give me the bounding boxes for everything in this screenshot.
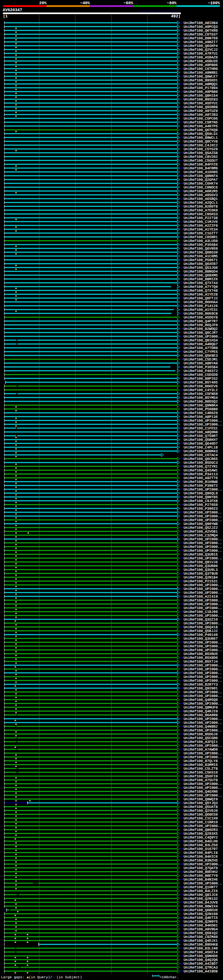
svg-text:UniRef100_UPI000..: UniRef100_UPI000.. bbox=[184, 603, 222, 607]
svg-text:UniRef100_B6K0C8: UniRef100_B6K0C8 bbox=[184, 312, 218, 316]
svg-text:UniRef100_A9V9G4: UniRef100_A9V9G4 bbox=[184, 928, 218, 932]
svg-text:UniRef100_UPI000..: UniRef100_UPI000.. bbox=[184, 648, 222, 652]
svg-text:UniRef100_Q1HR77: UniRef100_Q1HR77 bbox=[184, 885, 218, 889]
svg-text:UniRef100_Q2VCJ2: UniRef100_Q2VCJ2 bbox=[184, 48, 218, 52]
svg-text:UniRef100_UPI000..: UniRef100_UPI000.. bbox=[184, 538, 222, 542]
svg-text:UniRef100_P27659: UniRef100_P27659 bbox=[184, 503, 218, 507]
svg-text:UniRef100_B1H0W8: UniRef100_B1H0W8 bbox=[184, 480, 218, 484]
svg-text:UniRef100_C5M7N5: UniRef100_C5M7N5 bbox=[184, 121, 218, 125]
svg-text:UniRef100_Q68ES9: UniRef100_Q68ES9 bbox=[184, 813, 218, 817]
svg-text:UniRef100_UPI000..: UniRef100_UPI000.. bbox=[184, 702, 222, 706]
svg-text:UniRef100_Q3UB90: UniRef100_Q3UB90 bbox=[184, 564, 218, 568]
svg-text:UniRef100_A4RQG7: UniRef100_A4RQG7 bbox=[184, 342, 218, 347]
svg-text:UniRef100_UPI000..: UniRef100_UPI000.. bbox=[184, 622, 222, 626]
svg-text:~100%: ~100% bbox=[208, 1, 220, 6]
svg-text:UniRef100_A7SU78: UniRef100_A7SU78 bbox=[184, 778, 218, 783]
svg-text:UniRef100_C8V202: UniRef100_C8V202 bbox=[184, 155, 218, 159]
svg-text:UniRef100_Q2N132: UniRef100_Q2N132 bbox=[184, 897, 218, 901]
svg-text:UniRef100_A1YE31: UniRef100_A1YE31 bbox=[184, 308, 218, 312]
svg-text:UniRef100_Q5K9E3: UniRef100_Q5K9E3 bbox=[184, 354, 218, 358]
svg-text:UniRef100_Q7X748: UniRef100_Q7X748 bbox=[184, 289, 218, 293]
svg-text:UniRef100_Q4P7R7: UniRef100_Q4P7R7 bbox=[184, 320, 218, 324]
svg-text:UniRef100_B2WDQ2: UniRef100_B2WDQ2 bbox=[184, 327, 218, 331]
svg-text:UniRef100_A9PB80: UniRef100_A9PB80 bbox=[184, 90, 218, 94]
svg-text:UniRef100_B9N769: UniRef100_B9N769 bbox=[184, 37, 218, 41]
svg-text:UniRef100_A9NZI7: UniRef100_A9NZI7 bbox=[184, 40, 218, 45]
svg-text:UniRef100_A5KE14: UniRef100_A5KE14 bbox=[184, 950, 218, 955]
svg-text:UniRef100_C1FES1: UniRef100_C1FES1 bbox=[184, 426, 218, 431]
svg-text:UniRef100_Q91VJ6: UniRef100_Q91VJ6 bbox=[184, 560, 218, 565]
svg-text:UniRef100_Q4R5Q0: UniRef100_Q4R5Q0 bbox=[184, 698, 218, 702]
svg-text:UniRef100_C1BR10: UniRef100_C1BR10 bbox=[184, 821, 218, 825]
svg-text:UniRef100_B6KEV6: UniRef100_B6KEV6 bbox=[184, 385, 218, 389]
svg-text:UniRef100_Q4DJX1: UniRef100_Q4DJX1 bbox=[184, 939, 218, 943]
svg-text:UniRef100_A4I8D8: UniRef100_A4I8D8 bbox=[184, 970, 218, 974]
svg-text:UniRef100_C9SKS3: UniRef100_C9SKS3 bbox=[184, 212, 218, 216]
svg-text:UniRef100_B3RMI6: UniRef100_B3RMI6 bbox=[184, 763, 218, 767]
svg-text:UniRef100_C1C1X0: UniRef100_C1C1X0 bbox=[184, 817, 218, 821]
svg-text:UniRef100_UPI000..: UniRef100_UPI000.. bbox=[184, 419, 222, 423]
svg-text:UniRef100_UPI000..: UniRef100_UPI000.. bbox=[184, 881, 222, 886]
svg-text:UniRef100_P34113: UniRef100_P34113 bbox=[184, 473, 218, 477]
svg-text:UniRef100_Q96QL0: UniRef100_Q96QL0 bbox=[184, 492, 218, 496]
svg-text:UniRef100_UPI000..: UniRef100_UPI000.. bbox=[184, 518, 222, 522]
svg-text:UniRef100_UPI000..: UniRef100_UPI000.. bbox=[184, 690, 222, 695]
svg-text:UniRef100_A2VD81: UniRef100_A2VD81 bbox=[184, 530, 218, 534]
svg-text:UniRef100_B4PLI8: UniRef100_B4PLI8 bbox=[184, 851, 218, 855]
svg-text:UniRef100_B8MIZ6: UniRef100_B8MIZ6 bbox=[184, 277, 218, 282]
svg-text:UniRef100_B9SE83: UniRef100_B9SE83 bbox=[184, 98, 218, 102]
svg-text:UniRef100_O16797: UniRef100_O16797 bbox=[184, 847, 218, 851]
svg-text:UniRef100_Q293X5: UniRef100_Q293X5 bbox=[184, 832, 218, 836]
svg-text:UniRef100_Q2N184: UniRef100_Q2N184 bbox=[184, 576, 218, 580]
svg-text:UniRef100_B2B0T8: UniRef100_B2B0T8 bbox=[184, 205, 218, 209]
svg-text:UniRef100_B8NGD4: UniRef100_B8NGD4 bbox=[184, 270, 218, 274]
svg-text:UniRef100_Q59LS1: UniRef100_Q59LS1 bbox=[184, 132, 218, 136]
svg-text:UniRef100_Q6TKR0: UniRef100_Q6TKR0 bbox=[184, 29, 218, 33]
svg-text:UniRef100_P49149: UniRef100_P49149 bbox=[184, 633, 218, 637]
svg-text:UniRef100_Q759R7: UniRef100_Q759R7 bbox=[184, 434, 218, 438]
svg-text:UniRef100_B5XBU5: UniRef100_B5XBU5 bbox=[184, 652, 218, 656]
svg-text:UniRef100_A9T2B3: UniRef100_A9T2B3 bbox=[184, 113, 218, 117]
svg-text:UniRef100_A9TUZ9: UniRef100_A9TUZ9 bbox=[184, 109, 218, 113]
svg-text:UniRef100_C4R6Z0: UniRef100_C4R6Z0 bbox=[184, 411, 218, 415]
svg-text:UniRef100_Q6CB65: UniRef100_Q6CB65 bbox=[184, 457, 218, 461]
svg-text:UniRef100_P14126: UniRef100_P14126 bbox=[184, 304, 218, 309]
svg-text:UniRef100_Q53JG0: UniRef100_Q53JG0 bbox=[184, 266, 218, 270]
svg-text:UniRef100_A7AWD9: UniRef100_A7AWD9 bbox=[184, 748, 218, 752]
svg-text:UniRef100_Q0CYV8: UniRef100_Q0CYV8 bbox=[184, 140, 218, 144]
svg-text:UniRef100_Q9NHD6: UniRef100_Q9NHD6 bbox=[184, 954, 218, 958]
svg-text:UniRef100_B5Y405: UniRef100_B5Y405 bbox=[184, 381, 218, 385]
svg-text:UniRef100_Q5CGB0: UniRef100_Q5CGB0 bbox=[184, 736, 218, 740]
svg-text:UniRef100_P22738: UniRef100_P22738 bbox=[184, 216, 218, 220]
svg-text:UniRef100_UPI000..: UniRef100_UPI000.. bbox=[184, 671, 222, 676]
svg-text:UniRef100_C5DSD9: UniRef100_C5DSD9 bbox=[184, 373, 218, 377]
svg-text:UniRef100_A1YE34: UniRef100_A1YE34 bbox=[184, 228, 218, 232]
svg-text:UniRef100_Q640D7: UniRef100_Q640D7 bbox=[184, 442, 218, 446]
svg-text:UniRef100_UPI000..: UniRef100_UPI000.. bbox=[184, 694, 222, 698]
svg-text:UniRef100_A9SGV3: UniRef100_A9SGV3 bbox=[184, 193, 218, 197]
svg-text:20%: 20% bbox=[39, 1, 47, 6]
svg-text:~60%: ~60% bbox=[124, 1, 133, 6]
svg-text:UniRef100_Q6TKQ9: UniRef100_Q6TKQ9 bbox=[184, 128, 218, 132]
svg-text:UniRef100_Q8MUF0: UniRef100_Q8MUF0 bbox=[184, 706, 218, 710]
svg-text:UniRef100_A5DGY8: UniRef100_A5DGY8 bbox=[184, 316, 218, 320]
svg-text:UniRef100_Q5UAT8: UniRef100_Q5UAT8 bbox=[184, 805, 218, 809]
svg-text:UniRef100_UPI000..: UniRef100_UPI000.. bbox=[184, 641, 222, 645]
svg-text:UniRef100_A6SBQ1: UniRef100_A6SBQ1 bbox=[184, 197, 218, 201]
svg-text:UniRef100_A8MQQ1: UniRef100_A8MQQ1 bbox=[184, 83, 218, 87]
svg-text:UniRef100_A5BU35: UniRef100_A5BU35 bbox=[184, 59, 218, 64]
svg-text:UniRef100_Q9NY85: UniRef100_Q9NY85 bbox=[184, 495, 218, 500]
svg-text:UniRef100_C1BJ99: UniRef100_C1BJ99 bbox=[184, 610, 218, 614]
svg-text:UniRef100_C5K610: UniRef100_C5K610 bbox=[184, 771, 218, 775]
svg-text:UniRef100_UPI000..: UniRef100_UPI000.. bbox=[184, 756, 222, 760]
svg-text:UniRef100_C4PL18: UniRef100_C4PL18 bbox=[184, 445, 218, 450]
svg-text:UniRef100_B5YMS4: UniRef100_B5YMS4 bbox=[184, 396, 218, 400]
svg-text:UniRef100_Q4RJI0: UniRef100_Q4RJI0 bbox=[184, 710, 218, 714]
svg-text:=100char.: =100char. bbox=[160, 975, 179, 980]
svg-text:UniRef100_P59671: UniRef100_P59671 bbox=[184, 258, 218, 262]
svg-text:UniRef100_A4R7P5: UniRef100_A4R7P5 bbox=[184, 124, 218, 129]
svg-text:UniRef100_Q4SAW1: UniRef100_Q4SAW1 bbox=[184, 469, 218, 473]
svg-text:UniRef100_Q9NBK4: UniRef100_Q9NBK4 bbox=[184, 404, 218, 408]
svg-text:UniRef100_Q581Q2: UniRef100_Q581Q2 bbox=[184, 931, 218, 935]
svg-text:AV620347: AV620347 bbox=[3, 8, 22, 13]
